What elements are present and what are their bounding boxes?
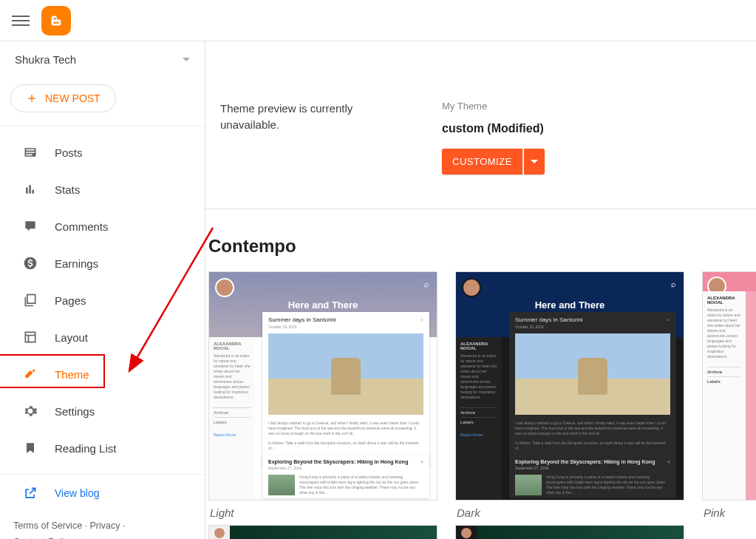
sidebar-item-comments[interactable]: Comments	[0, 208, 205, 245]
search-icon: ⌕	[424, 279, 429, 288]
terms-link[interactable]: Terms of Service	[13, 521, 82, 531]
avatar	[460, 527, 472, 539]
theme-caption: Dark	[455, 501, 684, 525]
comments-icon	[22, 218, 38, 234]
theme-gallery: Here and There ⌕ ALEXANDRA NOOAL Alexand…	[205, 264, 756, 539]
theme-caption: Light	[208, 501, 437, 525]
theme-thumbnail[interactable]	[208, 525, 437, 539]
caret-down-icon	[531, 160, 538, 163]
blogger-logo[interactable]	[41, 6, 71, 35]
main-content: Theme preview is currently unavailable. …	[205, 41, 756, 539]
blog-selector[interactable]: Shukra Tech	[0, 41, 205, 77]
posts-icon	[22, 144, 38, 160]
my-theme-label: My Theme	[442, 101, 545, 112]
thumbnail-post: Summer days in Santorini< October 19, 20…	[509, 312, 676, 467]
hero-title: Here and There	[535, 299, 605, 311]
sidebar-item-theme[interactable]: Theme	[0, 356, 205, 393]
theme-card-light: Here and There ⌕ ALEXANDRA NOOAL Alexand…	[208, 271, 437, 539]
thumbnail-post-2: Exploring Beyond the Skyscrapers: Hiking…	[262, 455, 429, 498]
theme-card-dark: Here and There ⌕ ALEXANDRA NOOAL Alexand…	[455, 271, 684, 539]
hero-title: Here and There	[288, 299, 358, 311]
theme-preview-message: Theme preview is currently unavailable.	[220, 101, 398, 174]
stats-icon	[22, 181, 38, 197]
sidebar-item-stats[interactable]: Stats	[0, 171, 205, 208]
nav-label: Settings	[55, 405, 95, 418]
search-icon: ⌕	[671, 279, 676, 288]
theme-caption: Pink	[702, 501, 756, 525]
avatar	[462, 278, 481, 297]
customize-dropdown-button[interactable]	[524, 149, 545, 174]
sidebar: Shukra Tech NEW POST Posts Stats Comment…	[0, 41, 205, 539]
sidebar-item-posts[interactable]: Posts	[0, 134, 205, 171]
nav-label: Comments	[55, 220, 109, 233]
caret-down-icon	[183, 58, 190, 61]
sidebar-item-settings[interactable]: Settings	[0, 393, 205, 430]
annotation-highlight	[0, 354, 105, 388]
thumbnail-post-2: Exploring Beyond the Skyscrapers: Hiking…	[509, 455, 676, 498]
view-blog-label: View blog	[55, 487, 99, 499]
thumbnail-sidebar: ALEXANDRA NOOAL Alexandra is an editor b…	[209, 337, 255, 500]
sidebar-item-layout[interactable]: Layout	[0, 319, 205, 356]
new-post-button[interactable]: NEW POST	[10, 84, 116, 112]
gear-icon	[22, 403, 38, 419]
theme-thumbnail[interactable]	[455, 525, 684, 539]
menu-icon[interactable]	[12, 12, 30, 30]
nav-label: Earnings	[55, 257, 98, 270]
theme-thumbnail[interactable]: Here and There ⌕ ALEXANDRA NOOAL Alexand…	[455, 271, 684, 501]
new-post-label: NEW POST	[45, 92, 101, 104]
sidebar-item-earnings[interactable]: Earnings	[0, 245, 205, 282]
thumbnail-post: Summer days in Santorini< October 19, 20…	[262, 312, 429, 467]
svg-rect-0	[27, 295, 35, 304]
theme-thumbnail[interactable]: Here and There ⌕ ALEXANDRA NOOAL Alexand…	[208, 271, 437, 501]
privacy-link[interactable]: Privacy	[90, 521, 120, 531]
nav-label: Stats	[55, 183, 80, 196]
avatar	[215, 278, 234, 297]
customize-button[interactable]: CUSTOMIZE	[442, 149, 522, 174]
top-bar	[0, 0, 756, 41]
sidebar-item-reading-list[interactable]: Reading List	[0, 430, 205, 467]
sidebar-item-pages[interactable]: Pages	[0, 282, 205, 319]
nav-label: Reading List	[55, 442, 116, 455]
plus-icon	[26, 92, 38, 104]
my-theme-name: custom (Modified)	[442, 122, 545, 135]
theme-icon	[22, 366, 38, 382]
theme-thumbnail[interactable]: ALEXANDRA NOOAL Alexandra is an editor b…	[702, 271, 756, 501]
view-blog-link[interactable]: View blog	[0, 474, 205, 512]
thumbnail-sidebar: ALEXANDRA NOOAL Alexandra is an editor b…	[703, 291, 746, 500]
theme-card-pink: ALEXANDRA NOOAL Alexandra is an editor b…	[702, 271, 756, 539]
blog-name: Shukra Tech	[15, 53, 76, 66]
svg-rect-1	[25, 332, 35, 342]
earnings-icon	[22, 255, 38, 271]
nav-label: Pages	[55, 294, 86, 307]
footer-links: Terms of Service · Privacy · Content Pol…	[0, 512, 205, 539]
avatar	[214, 527, 225, 539]
bookmark-icon	[22, 440, 38, 456]
nav-label: Posts	[55, 146, 83, 159]
open-in-new-icon	[22, 485, 38, 501]
nav-label: Layout	[55, 331, 88, 344]
thumbnail-sidebar: ALEXANDRA NOOAL Alexandra is an editor b…	[456, 337, 502, 500]
nav-label: Theme	[55, 368, 89, 381]
theme-section-title: Contempo	[205, 209, 756, 264]
pages-icon	[22, 292, 38, 308]
layout-icon	[22, 329, 38, 345]
